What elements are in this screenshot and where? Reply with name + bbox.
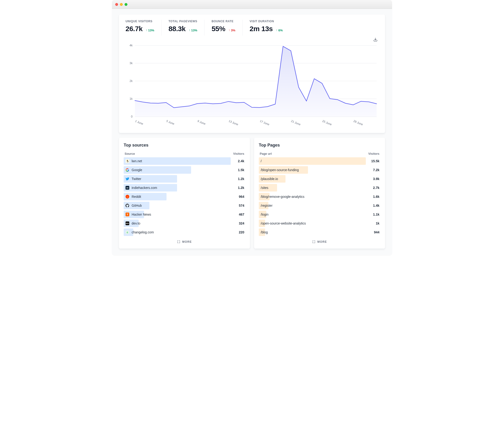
x-tick-label: 1 June (135, 119, 144, 126)
window-zoom-button[interactable] (124, 3, 127, 6)
source-visitors: 1.2k (238, 177, 245, 181)
source-row[interactable]: GitHub574 (124, 202, 245, 209)
changelog-icon: c (125, 230, 129, 234)
stat-change: ↑13% (189, 29, 197, 32)
stat-unique-visitors[interactable]: UNIQUE VISITORS26.7k↑13% (125, 20, 162, 36)
x-tick-label: 25 June (322, 119, 332, 126)
github-icon (125, 204, 129, 207)
column-header-pageurl: Page url (260, 152, 272, 155)
lwn-icon: 🐧 (125, 159, 129, 163)
stat-visit-duration[interactable]: VISIT DURATION2m 13s↑6% (250, 20, 290, 36)
stats-row: UNIQUE VISITORS26.7k↑13%TOTAL PAGEVIEWS8… (125, 20, 379, 36)
page-row[interactable]: /open-source-website-analytics1k (259, 220, 380, 227)
stat-value: 88.3k (169, 25, 186, 33)
column-header-visitors: Visitors (368, 152, 380, 155)
x-tick-label: 5 June (166, 119, 175, 126)
source-visitors: 1.5k (238, 168, 245, 172)
source-row[interactable]: 🐧lwn.net2.4k (124, 157, 245, 165)
google-icon (125, 168, 129, 172)
page-visitors: 1.6k (373, 195, 380, 198)
page-row[interactable]: /blog944 (259, 229, 380, 236)
titlebar (112, 0, 392, 9)
source-name: changelog.com (132, 230, 154, 234)
visitors-chart[interactable]: 01k2k3k4k1 June5 June9 June13 June17 Jun… (125, 44, 379, 128)
source-visitors: 324 (239, 221, 245, 225)
stat-value: 55% (211, 25, 225, 33)
stat-value: 26.7k (125, 25, 143, 33)
page-row[interactable]: /login1.1k (259, 211, 380, 218)
source-visitors: 467 (239, 213, 245, 216)
source-row[interactable]: YHacker News467 (124, 211, 245, 218)
y-tick-label: 2k (130, 79, 133, 83)
page-visitors: 15.5k (371, 159, 380, 163)
page-url: /blog/open-source-funding (261, 168, 299, 172)
page-row[interactable]: /sites2.7k (259, 184, 380, 191)
window-close-button[interactable] (115, 3, 118, 6)
sources-more-button[interactable]: MORE (175, 239, 194, 245)
page-url: /blog/remove-google-analytics (261, 195, 304, 198)
pages-more-button[interactable]: MORE (310, 239, 329, 245)
download-icon[interactable] (372, 37, 379, 44)
source-visitors: 2.4k (238, 159, 245, 163)
column-header-source: Source (124, 152, 135, 155)
hackernews-icon: Y (125, 213, 129, 216)
window-minimize-button[interactable] (120, 3, 123, 6)
source-row[interactable]: Google1.5k (124, 166, 245, 174)
page-visitors: 3.9k (373, 177, 380, 181)
x-tick-label: 17 June (259, 119, 270, 126)
arrow-up-icon: ↑ (276, 29, 278, 32)
source-name: Reddit (132, 195, 141, 198)
source-name: GitHub (132, 204, 142, 207)
source-name: Hacker News (132, 213, 151, 216)
reddit-icon (125, 195, 129, 198)
arrow-up-icon: ↑ (189, 29, 190, 32)
source-row[interactable]: Reddit964 (124, 193, 245, 200)
page-url: / (261, 159, 262, 163)
page-url: /sites (261, 186, 268, 190)
source-name: Google (132, 168, 142, 172)
panel-title: Top Pages (259, 143, 380, 148)
arrow-up-icon: ↑ (146, 29, 147, 32)
arrow-down-icon: ↑ (229, 29, 230, 32)
y-tick-label: 1k (130, 97, 133, 100)
source-row[interactable]: Twitter1.2k (124, 175, 245, 183)
stat-total-pageviews[interactable]: TOTAL PAGEVIEWS88.3k↑13% (169, 20, 205, 36)
page-row[interactable]: /register1.4k (259, 202, 380, 209)
page-url: /register (261, 204, 273, 207)
x-tick-label: 9 June (197, 119, 206, 126)
top-sources-panel: Top sources Source Visitors 🐧lwn.net2.4k… (119, 138, 250, 249)
source-name: dev.to (132, 221, 140, 225)
page-row[interactable]: /blog/remove-google-analytics1.6k (259, 193, 380, 200)
stat-change: ↑13% (146, 29, 154, 32)
source-row[interactable]: DEVdev.to324 (124, 220, 245, 227)
source-visitors: 964 (239, 195, 245, 198)
page-visitors: 1.4k (373, 204, 380, 207)
panel-title: Top sources (124, 143, 245, 148)
stat-label: UNIQUE VISITORS (125, 20, 154, 23)
page-visitors: 1.1k (373, 213, 380, 216)
more-label: MORE (317, 240, 327, 244)
svg-point-7 (128, 197, 128, 197)
source-row[interactable]: IHindiehackers.com1.2k (124, 184, 245, 191)
source-name: Twitter (132, 177, 141, 181)
source-name: indiehackers.com (132, 186, 157, 190)
source-visitors: 1.2k (238, 186, 245, 190)
page-row[interactable]: /plausible.io3.9k (259, 175, 380, 183)
source-name: lwn.net (132, 159, 142, 163)
stat-label: TOTAL PAGEVIEWS (169, 20, 197, 23)
app-window: UNIQUE VISITORS26.7k↑13%TOTAL PAGEVIEWS8… (112, 0, 392, 255)
source-visitors: 220 (239, 230, 245, 234)
stat-bounce-rate[interactable]: BOUNCE RATE55%↑3% (211, 20, 242, 36)
source-row[interactable]: cchangelog.com220 (124, 229, 245, 236)
page-visitors: 2.7k (373, 186, 380, 190)
indiehackers-icon: IH (125, 186, 129, 190)
page-url: /open-source-website-analytics (261, 221, 306, 225)
stat-value: 2m 13s (250, 25, 273, 33)
content-area: UNIQUE VISITORS26.7k↑13%TOTAL PAGEVIEWS8… (112, 9, 392, 255)
page-row[interactable]: /blog/open-source-funding7.2k (259, 166, 380, 174)
page-visitors: 1k (376, 221, 380, 225)
page-row[interactable]: /15.5k (259, 157, 380, 165)
more-label: MORE (182, 240, 192, 244)
page-url: /login (261, 213, 268, 216)
y-tick-label: 3k (130, 61, 133, 65)
